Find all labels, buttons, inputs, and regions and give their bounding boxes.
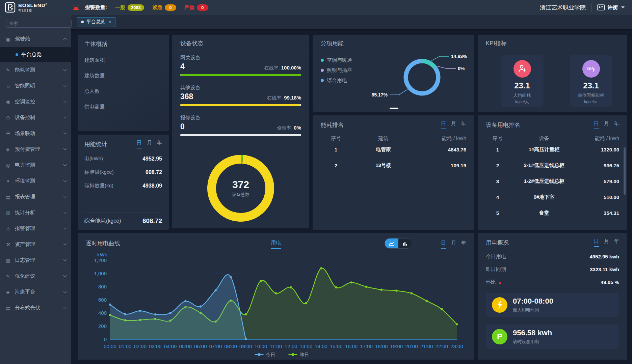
progress-fill bbox=[180, 104, 300, 106]
log-management-icon: ▧ bbox=[6, 258, 15, 263]
kpi-label: 人均能耗 bbox=[514, 92, 531, 99]
carousel-indicator[interactable] bbox=[390, 108, 398, 109]
period-tabs: 日 月 年 bbox=[137, 140, 162, 148]
sidebar-item-energy-monitoring[interactable]: ✎ 能耗监测 bbox=[0, 62, 71, 78]
tab-month[interactable]: 月 bbox=[604, 120, 609, 129]
tab-day[interactable]: 日 bbox=[441, 120, 446, 129]
alarm-group-normal: 一般 2083 bbox=[115, 4, 144, 11]
alarm-group-severe: 严重 0 bbox=[184, 4, 208, 11]
chevron-down-icon bbox=[63, 242, 67, 246]
tab-electricity[interactable]: 用电 bbox=[271, 240, 281, 249]
device-status-other: 其他设备 368 在线率:99.18% bbox=[180, 81, 301, 111]
chevron-down-icon bbox=[63, 147, 67, 150]
svg-text:18:00: 18:00 bbox=[375, 343, 388, 349]
panel-title: 主体概括 bbox=[84, 40, 162, 48]
sidebar-item-dashboard[interactable]: ▣ 驾驶舱 bbox=[0, 31, 71, 47]
sidebar-item-report-management[interactable]: ▤ 报表管理 bbox=[0, 189, 71, 205]
tab-day[interactable]: 日 bbox=[441, 240, 446, 249]
panel-title: 逐时用电曲线 bbox=[86, 240, 120, 247]
sidebar-item-optimization[interactable]: ✎ 优化建议 bbox=[0, 268, 71, 284]
panel-device-rank: 设备用电排名 日 月 年 序号 设备 能耗 / kWh 1 1#高压计量柜 13… bbox=[478, 115, 627, 230]
svg-text:00:00: 00:00 bbox=[104, 343, 116, 349]
tab-day[interactable]: 日 bbox=[594, 120, 599, 129]
user-menu[interactable]: 许衡 bbox=[597, 4, 625, 11]
energy-monitoring-icon: ✎ bbox=[6, 67, 15, 73]
sidebar-item-alarm-management[interactable]: ⚠ 报警管理 bbox=[0, 221, 71, 236]
panel-hourly-curve: 逐时用电曲线 用电 bbox=[78, 233, 474, 360]
user-name: 许衡 bbox=[608, 4, 618, 11]
slice-label: 14.83% bbox=[451, 54, 467, 59]
repair-count: 0 bbox=[180, 122, 185, 131]
overview-row: 供电容量 bbox=[84, 104, 162, 110]
brand: BOSLEND® 布|兰|图 bbox=[0, 2, 64, 13]
sidebar-item-power-monitoring[interactable]: ◎ 电力监测 bbox=[0, 157, 71, 173]
svg-text:今日: 今日 bbox=[266, 352, 275, 357]
tab-year[interactable]: 年 bbox=[461, 120, 466, 129]
svg-text:m²: m² bbox=[587, 65, 593, 71]
app-root: BOSLEND® 布|兰|图 报警数量: 一般 2083 紧急 0 严 bbox=[0, 0, 632, 364]
slice-label: 0% bbox=[458, 66, 465, 71]
tab-day[interactable]: 日 bbox=[594, 238, 599, 247]
tabstrip: 平台总览 × bbox=[71, 15, 632, 29]
sidebar-item-prepaid-management[interactable]: ◈ 预付费管理 bbox=[0, 141, 71, 157]
tab-year[interactable]: 年 bbox=[461, 240, 466, 249]
kpi-card-per-capita: 23.1 人均能耗 kgce/人 bbox=[501, 55, 544, 107]
panel-power-overview: 用电概况 日 月 年 今日用电 4952.95 kwh 昨日同期 3323.11… bbox=[478, 233, 627, 360]
tab-month[interactable]: 月 bbox=[451, 240, 456, 249]
sidebar-item-scene-linkage[interactable]: ☰ 场景联动 bbox=[0, 125, 71, 141]
kpi-unit: kgce/㎡ bbox=[584, 99, 598, 105]
chevron-down-icon bbox=[63, 274, 67, 277]
prepaid-management-icon: ◈ bbox=[6, 147, 15, 152]
overview-row: 建筑面积 bbox=[84, 57, 162, 63]
svg-text:21:00: 21:00 bbox=[420, 343, 433, 349]
sidebar-item-statistics[interactable]: ▥ 统计分析 bbox=[0, 205, 71, 221]
sidebar-item-platform-overview[interactable]: 平台总览 bbox=[0, 47, 71, 62]
svg-text:23:00: 23:00 bbox=[450, 343, 463, 349]
tab-year[interactable]: 年 bbox=[614, 120, 619, 129]
tab-month[interactable]: 月 bbox=[451, 120, 456, 129]
svg-text:17:00: 17:00 bbox=[360, 343, 373, 349]
panel-title: 能耗排名 bbox=[321, 121, 344, 129]
tab-month[interactable]: 月 bbox=[147, 140, 152, 148]
chevron-up-icon bbox=[63, 38, 67, 41]
progress-track bbox=[180, 134, 301, 136]
scrollbar[interactable] bbox=[624, 147, 626, 195]
alarm-label-urgent: 紧急 bbox=[152, 4, 162, 11]
sidebar-item-pv[interactable]: ▤ 分布式光伏 bbox=[0, 300, 71, 316]
table-row: 1 电管家 4843.76 bbox=[321, 142, 466, 158]
tab-year[interactable]: 年 bbox=[157, 140, 162, 148]
scene-linkage-icon: ☰ bbox=[6, 131, 15, 136]
divider bbox=[591, 3, 591, 12]
tab-close-icon[interactable]: × bbox=[109, 20, 111, 25]
sidebar-item-hikvision[interactable]: ◈ 海康平台 bbox=[0, 284, 71, 300]
stat-row: 电(kWh) 4952.95 bbox=[84, 156, 162, 162]
stat-row: 碳排放量(kg) 4938.09 bbox=[84, 183, 162, 189]
report-management-icon: ▤ bbox=[6, 194, 15, 200]
tab-day[interactable]: 日 bbox=[137, 140, 142, 148]
sidebar-item-smart-lighting[interactable]: ☼ 智能照明 bbox=[0, 78, 71, 94]
bar-chart-icon[interactable] bbox=[398, 239, 412, 248]
svg-text:09:00: 09:00 bbox=[239, 343, 252, 349]
other-count: 368 bbox=[180, 92, 193, 101]
sidebar-item-device-control[interactable]: ⊙ 设备控制 bbox=[0, 110, 71, 125]
tab-platform-overview[interactable]: 平台总览 × bbox=[77, 17, 115, 27]
max-power-time-card: 07:00-08:00 最大用电时间 bbox=[486, 293, 619, 317]
kpi-label: 单位面积能耗 bbox=[578, 92, 604, 99]
alarm-title: 报警数量: bbox=[85, 4, 107, 11]
sidebar-item-hvac-monitoring[interactable]: ◉ 空调监控 bbox=[0, 94, 71, 110]
sidebar-item-env-monitoring[interactable]: ✦ 环境监测 bbox=[0, 173, 71, 189]
active-dot bbox=[16, 53, 18, 56]
area-energy-icon: m² bbox=[582, 60, 600, 78]
svg-text:03:00: 03:00 bbox=[149, 343, 162, 349]
panel-kpi: KPI指标 23.1 人均能耗 kgce/人 bbox=[478, 35, 627, 112]
device-rank-table: 序号 设备 能耗 / kWh 1 1#高压计量柜 1320.00 2 2-1#低… bbox=[486, 135, 619, 221]
id-card-icon bbox=[597, 4, 605, 10]
sidebar-item-log-management[interactable]: ▧ 日志管理 bbox=[0, 252, 71, 268]
panel-energy-rank: 能耗排名 日 月 年 序号 建筑 能耗 / kWh 1 电管家 4843.76 bbox=[313, 115, 474, 230]
line-chart-icon[interactable] bbox=[385, 239, 398, 248]
search-input[interactable] bbox=[6, 19, 72, 28]
tab-year[interactable]: 年 bbox=[614, 238, 619, 247]
tab-month[interactable]: 月 bbox=[604, 238, 609, 247]
sidebar-item-asset-management[interactable]: ⚒ 资产管理 bbox=[0, 236, 71, 252]
device-status-repair: 报修设备 0 修理率:0% bbox=[180, 111, 301, 141]
